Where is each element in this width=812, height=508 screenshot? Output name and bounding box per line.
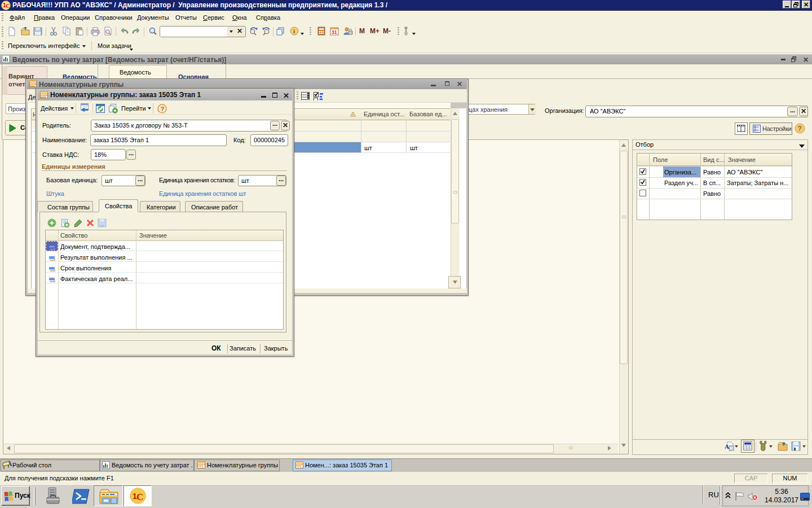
- svg-text:i: i: [293, 28, 295, 34]
- svg-text:C: C: [6, 2, 10, 9]
- svg-text:31: 31: [332, 29, 337, 35]
- svg-text:A: A: [725, 443, 729, 450]
- svg-text:ОК: ОК: [100, 224, 105, 227]
- svg-text:?: ?: [161, 106, 165, 112]
- svg-text:C: C: [136, 492, 143, 502]
- svg-text:?: ?: [798, 125, 802, 133]
